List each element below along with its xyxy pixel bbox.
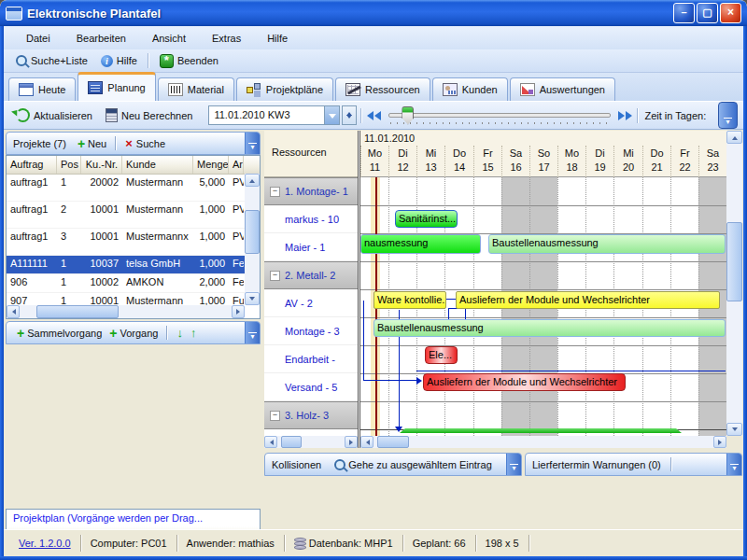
scrollbar-track[interactable] xyxy=(20,305,232,318)
date-value[interactable]: 11.01.2010 KW3 xyxy=(208,105,324,125)
close-button[interactable]: × xyxy=(720,3,741,23)
panel-toggle-button[interactable]: ▾ xyxy=(718,102,738,129)
maximize-button[interactable]: ▢ xyxy=(697,3,718,23)
column-header-pos[interactable]: Pos xyxy=(57,156,81,174)
resource-group-row[interactable]: −2. Metall- 2 xyxy=(264,261,358,289)
projects-vscrollbar[interactable] xyxy=(245,174,260,305)
date-spinner[interactable] xyxy=(342,105,357,125)
projects-table-row[interactable]: auftrag1310001Mustermannx1,000PV xyxy=(7,229,260,256)
resource-item-row[interactable]: Endarbeit - xyxy=(264,345,358,373)
resource-item-row[interactable]: markus - 10 xyxy=(264,205,358,233)
scroll-up-button[interactable] xyxy=(726,131,742,144)
scroll-left-button[interactable] xyxy=(264,436,277,448)
gantt-bar[interactable]: Sanitärinst... xyxy=(395,210,458,228)
projects-table-row[interactable]: auftrag1210001Mustermann1,000PV xyxy=(7,202,260,229)
move-up-button[interactable]: ↑ xyxy=(187,326,201,340)
scroll-left-button[interactable] xyxy=(360,436,374,448)
date-combobox[interactable]: 11.01.2010 KW3 xyxy=(208,105,357,125)
gantt-bar[interactable]: Baustellenausmessung xyxy=(488,234,726,254)
gantt-bar[interactable]: Ausliefern der Module und Wechselrichter xyxy=(456,291,720,309)
resource-item-row[interactable]: Montage - 3 xyxy=(264,317,358,345)
menu-item-hilfe[interactable]: Hilfe xyxy=(256,30,299,47)
resource-item-row[interactable]: Versand - 5 xyxy=(264,373,358,401)
collapse-icon[interactable]: − xyxy=(270,271,280,281)
resources-hscrollbar[interactable] xyxy=(264,436,358,448)
dropdown-arrow-icon[interactable] xyxy=(324,105,340,125)
new-project-button[interactable]: + Neu xyxy=(74,136,110,151)
gantt-bar[interactable]: nausmessung xyxy=(360,234,481,254)
gantt-hscrollbar[interactable] xyxy=(360,436,726,448)
projects-table-row[interactable]: auftrag1120002Mustermann5,000PV xyxy=(7,175,260,202)
scroll-right-button[interactable] xyxy=(345,436,358,448)
slider-track[interactable] xyxy=(388,113,611,118)
tab-material[interactable]: Material xyxy=(158,77,234,101)
column-header-auftrag[interactable]: Auftrag xyxy=(7,156,57,174)
scroll-down-button[interactable] xyxy=(245,292,260,305)
timeline-slider[interactable] xyxy=(388,105,611,127)
timeline-forward-button[interactable] xyxy=(618,111,633,120)
resource-item-row[interactable]: Maier - 1 xyxy=(264,233,358,261)
column-header-menge[interactable]: Menge xyxy=(193,156,229,174)
recalculate-button[interactable]: Neu Berechnen xyxy=(99,106,199,124)
menu-item-ansicht[interactable]: Ansicht xyxy=(141,30,197,47)
resource-item-row[interactable]: AV - 2 xyxy=(264,289,358,317)
projects-table-row[interactable]: 906110002AMKON2,000Fe xyxy=(7,274,260,293)
quit-button[interactable]: * Beenden xyxy=(153,52,225,70)
scrollbar-thumb[interactable] xyxy=(377,436,410,448)
resource-group-row[interactable]: −1. Montage- 1 xyxy=(264,177,358,205)
gantt-bar[interactable]: Ausliefern der Module und Wechselrichter xyxy=(423,373,626,391)
scrollbar-track[interactable] xyxy=(726,144,742,423)
goto-entry-button[interactable]: Gehe zu ausgewähltem Eintrag xyxy=(331,459,496,470)
scroll-up-button[interactable] xyxy=(245,174,260,187)
scrollbar-thumb[interactable] xyxy=(245,210,260,254)
search-project-button[interactable]: × Suche xyxy=(121,136,169,150)
gantt-bar[interactable]: Baustellenausmessung xyxy=(374,319,726,337)
gantt-bar[interactable]: Ware kontollie... xyxy=(374,291,446,309)
scrollbar-track[interactable] xyxy=(277,436,345,448)
projects-hscrollbar[interactable] xyxy=(7,305,245,318)
projects-table-row[interactable]: A111111110037telsa GmbH1,000Fe xyxy=(7,256,260,274)
collapse-icon[interactable]: − xyxy=(270,411,280,421)
scroll-left-button[interactable] xyxy=(7,305,20,318)
column-header-ar[interactable]: Ar xyxy=(229,156,244,174)
search-list-button[interactable]: Suche+Liste xyxy=(9,53,94,68)
tab-kunden[interactable]: Kunden xyxy=(432,77,508,101)
gantt-vscrollbar[interactable] xyxy=(726,131,742,436)
scrollbar-thumb[interactable] xyxy=(726,222,742,302)
scrollbar-track[interactable] xyxy=(374,436,713,448)
add-sammelvorgang-button[interactable]: + Sammelvorgang xyxy=(13,326,106,341)
gantt-bar[interactable]: Ele... xyxy=(425,346,458,364)
scroll-right-button[interactable] xyxy=(232,305,245,318)
move-down-button[interactable]: ↓ xyxy=(173,326,187,340)
projects-table-row[interactable]: 907110001Mustermann1,000Fu xyxy=(7,293,260,306)
column-header-kunde[interactable]: Kunde xyxy=(122,156,193,174)
add-vorgang-button[interactable]: + Vorgang xyxy=(106,326,162,341)
scrollbar-track[interactable] xyxy=(245,187,260,292)
tab-ressourcen[interactable]: Ressourcen xyxy=(335,77,430,101)
tab-planung[interactable]: Planung xyxy=(78,72,155,101)
panel-options-button[interactable]: ▾ xyxy=(506,454,521,475)
resource-group-row[interactable]: −3. Holz- 3 xyxy=(264,401,358,429)
minimize-button[interactable]: – xyxy=(673,3,695,23)
gantt-body[interactable]: Sanitärinst...nausmessungBaustellenausme… xyxy=(360,177,726,436)
scrollbar-thumb[interactable] xyxy=(281,436,302,448)
help-button[interactable]: i Hilfe xyxy=(94,53,144,69)
scroll-down-button[interactable] xyxy=(726,423,742,436)
menu-item-datei[interactable]: Datei xyxy=(15,30,62,47)
tab-auswertungen[interactable]: Auswertungen xyxy=(510,77,615,101)
menu-item-extras[interactable]: Extras xyxy=(201,30,252,47)
status-version[interactable]: Ver. 1.2.0.0 xyxy=(9,535,81,552)
scrollbar-thumb[interactable] xyxy=(36,305,119,318)
panel-options-button[interactable]: ▾ xyxy=(245,133,260,154)
tab-projektpl-ne[interactable]: Projektpläne xyxy=(236,77,333,101)
gantt-bar[interactable] xyxy=(400,428,682,433)
column-header-ku-nr[interactable]: Ku.-Nr. xyxy=(81,156,122,174)
refresh-button[interactable]: Aktualisieren xyxy=(9,106,99,124)
panel-options-button[interactable]: ▾ xyxy=(726,454,741,475)
collapse-icon[interactable]: − xyxy=(270,187,280,197)
timeline-back-button[interactable] xyxy=(366,111,381,120)
menu-item-bearbeiten[interactable]: Bearbeiten xyxy=(65,30,137,47)
panel-options-button[interactable]: ▾ xyxy=(245,322,260,343)
scroll-right-button[interactable] xyxy=(713,436,726,448)
tab-heute[interactable]: Heute xyxy=(8,77,76,101)
